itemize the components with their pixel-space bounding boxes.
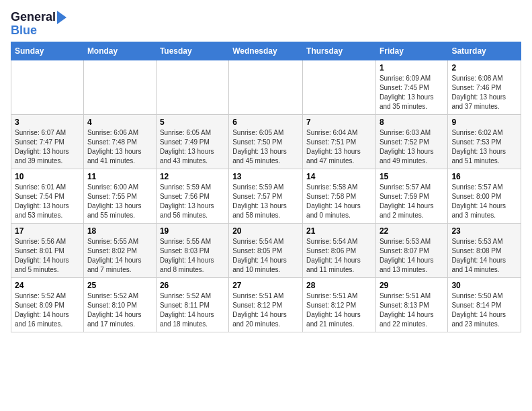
calendar-cell: 21Sunrise: 5:54 AM Sunset: 8:06 PM Dayli… <box>303 223 376 277</box>
day-detail: Sunrise: 6:07 AM Sunset: 7:47 PM Dayligh… <box>15 129 69 165</box>
day-number: 10 <box>15 172 80 181</box>
calendar-cell: 15Sunrise: 5:57 AM Sunset: 7:59 PM Dayli… <box>375 169 447 223</box>
day-number: 18 <box>87 226 152 236</box>
day-number: 22 <box>380 226 444 236</box>
day-detail: Sunrise: 5:55 AM Sunset: 8:02 PM Dayligh… <box>87 238 142 273</box>
calendar-cell: 27Sunrise: 5:51 AM Sunset: 8:12 PM Dayli… <box>229 277 303 332</box>
day-detail: Sunrise: 6:00 AM Sunset: 7:55 PM Dayligh… <box>87 183 142 219</box>
day-detail: Sunrise: 6:03 AM Sunset: 7:52 PM Dayligh… <box>380 129 434 165</box>
day-detail: Sunrise: 5:50 AM Sunset: 8:14 PM Dayligh… <box>451 292 506 328</box>
calendar-cell <box>303 60 376 114</box>
calendar-cell: 1Sunrise: 6:09 AM Sunset: 7:45 PM Daylig… <box>375 60 447 114</box>
calendar-week-3: 10Sunrise: 6:01 AM Sunset: 7:54 PM Dayli… <box>11 169 521 223</box>
day-detail: Sunrise: 5:55 AM Sunset: 8:03 PM Dayligh… <box>160 238 214 273</box>
logo-arrow-icon <box>57 11 66 24</box>
calendar-cell: 29Sunrise: 5:51 AM Sunset: 8:13 PM Dayli… <box>375 277 447 332</box>
calendar-week-1: 1Sunrise: 6:09 AM Sunset: 7:45 PM Daylig… <box>11 60 521 114</box>
calendar-cell: 14Sunrise: 5:58 AM Sunset: 7:58 PM Dayli… <box>303 169 376 223</box>
header: General Blue <box>11 11 521 38</box>
calendar-cell: 16Sunrise: 5:57 AM Sunset: 8:00 PM Dayli… <box>448 169 521 223</box>
day-detail: Sunrise: 6:05 AM Sunset: 7:49 PM Dayligh… <box>160 129 214 165</box>
day-header-friday: Friday <box>375 42 447 60</box>
calendar-cell <box>229 60 303 114</box>
calendar-week-5: 24Sunrise: 5:52 AM Sunset: 8:09 PM Dayli… <box>11 277 521 332</box>
day-detail: Sunrise: 5:59 AM Sunset: 7:57 PM Dayligh… <box>232 183 287 219</box>
day-detail: Sunrise: 5:51 AM Sunset: 8:13 PM Dayligh… <box>380 292 434 328</box>
day-number: 3 <box>15 118 80 127</box>
calendar-cell <box>11 60 84 114</box>
day-number: 8 <box>380 118 444 127</box>
logo-text: General <box>11 11 56 24</box>
calendar-cell: 3Sunrise: 6:07 AM Sunset: 7:47 PM Daylig… <box>11 114 84 169</box>
day-detail: Sunrise: 5:52 AM Sunset: 8:10 PM Dayligh… <box>87 292 142 328</box>
day-number: 5 <box>160 118 225 127</box>
day-detail: Sunrise: 6:05 AM Sunset: 7:50 PM Dayligh… <box>232 129 287 165</box>
day-detail: Sunrise: 6:02 AM Sunset: 7:53 PM Dayligh… <box>451 129 506 165</box>
calendar-week-4: 17Sunrise: 5:56 AM Sunset: 8:01 PM Dayli… <box>11 223 521 277</box>
day-detail: Sunrise: 5:53 AM Sunset: 8:07 PM Dayligh… <box>380 238 434 273</box>
calendar-cell: 30Sunrise: 5:50 AM Sunset: 8:14 PM Dayli… <box>448 277 521 332</box>
day-detail: Sunrise: 5:52 AM Sunset: 8:11 PM Dayligh… <box>160 292 214 328</box>
day-detail: Sunrise: 5:51 AM Sunset: 8:12 PM Dayligh… <box>232 292 287 328</box>
day-detail: Sunrise: 6:08 AM Sunset: 7:46 PM Dayligh… <box>451 75 506 110</box>
day-number: 13 <box>232 172 299 181</box>
day-detail: Sunrise: 5:56 AM Sunset: 8:01 PM Dayligh… <box>15 238 69 273</box>
calendar-cell: 10Sunrise: 6:01 AM Sunset: 7:54 PM Dayli… <box>11 169 84 223</box>
calendar-cell: 19Sunrise: 5:55 AM Sunset: 8:03 PM Dayli… <box>156 223 228 277</box>
calendar-cell: 28Sunrise: 5:51 AM Sunset: 8:12 PM Dayli… <box>303 277 376 332</box>
day-number: 1 <box>380 63 444 73</box>
calendar-table: SundayMondayTuesdayWednesdayThursdayFrid… <box>11 42 521 332</box>
calendar-cell: 2Sunrise: 6:08 AM Sunset: 7:46 PM Daylig… <box>448 60 521 114</box>
calendar-cell: 22Sunrise: 5:53 AM Sunset: 8:07 PM Dayli… <box>375 223 447 277</box>
day-number: 20 <box>232 226 299 236</box>
day-header-monday: Monday <box>83 42 156 60</box>
calendar-cell: 17Sunrise: 5:56 AM Sunset: 8:01 PM Dayli… <box>11 223 84 277</box>
day-detail: Sunrise: 6:01 AM Sunset: 7:54 PM Dayligh… <box>15 183 69 219</box>
day-detail: Sunrise: 6:04 AM Sunset: 7:51 PM Dayligh… <box>306 129 361 165</box>
day-number: 14 <box>306 172 372 181</box>
calendar-week-2: 3Sunrise: 6:07 AM Sunset: 7:47 PM Daylig… <box>11 114 521 169</box>
calendar-cell: 4Sunrise: 6:06 AM Sunset: 7:48 PM Daylig… <box>83 114 156 169</box>
day-header-thursday: Thursday <box>303 42 376 60</box>
day-number: 2 <box>451 63 517 73</box>
calendar-cell: 11Sunrise: 6:00 AM Sunset: 7:55 PM Dayli… <box>83 169 156 223</box>
day-number: 12 <box>160 172 225 181</box>
day-detail: Sunrise: 5:59 AM Sunset: 7:56 PM Dayligh… <box>160 183 214 219</box>
day-number: 26 <box>160 281 225 290</box>
day-number: 15 <box>380 172 444 181</box>
calendar-cell: 13Sunrise: 5:59 AM Sunset: 7:57 PM Dayli… <box>229 169 303 223</box>
day-number: 30 <box>451 281 517 290</box>
day-detail: Sunrise: 5:57 AM Sunset: 7:59 PM Dayligh… <box>380 183 434 219</box>
day-detail: Sunrise: 5:57 AM Sunset: 8:00 PM Dayligh… <box>451 183 506 219</box>
calendar-cell: 5Sunrise: 6:05 AM Sunset: 7:49 PM Daylig… <box>156 114 228 169</box>
day-detail: Sunrise: 6:06 AM Sunset: 7:48 PM Dayligh… <box>87 129 142 165</box>
day-number: 28 <box>306 281 372 290</box>
logo-blue-text: Blue <box>11 24 37 38</box>
calendar-cell: 9Sunrise: 6:02 AM Sunset: 7:53 PM Daylig… <box>448 114 521 169</box>
day-header-tuesday: Tuesday <box>156 42 228 60</box>
calendar-cell: 8Sunrise: 6:03 AM Sunset: 7:52 PM Daylig… <box>375 114 447 169</box>
day-number: 24 <box>15 281 80 290</box>
day-number: 9 <box>451 118 517 127</box>
calendar-cell: 24Sunrise: 5:52 AM Sunset: 8:09 PM Dayli… <box>11 277 84 332</box>
day-header-wednesday: Wednesday <box>229 42 303 60</box>
day-detail: Sunrise: 5:58 AM Sunset: 7:58 PM Dayligh… <box>306 183 361 219</box>
logo: General Blue <box>11 11 66 38</box>
calendar-cell: 18Sunrise: 5:55 AM Sunset: 8:02 PM Dayli… <box>83 223 156 277</box>
day-number: 11 <box>87 172 152 181</box>
day-number: 27 <box>232 281 299 290</box>
day-number: 17 <box>15 226 80 236</box>
day-number: 21 <box>306 226 372 236</box>
day-number: 7 <box>306 118 372 127</box>
calendar-cell: 6Sunrise: 6:05 AM Sunset: 7:50 PM Daylig… <box>229 114 303 169</box>
day-number: 23 <box>451 226 517 236</box>
calendar-cell <box>83 60 156 114</box>
day-number: 29 <box>380 281 444 290</box>
calendar-cell: 23Sunrise: 5:53 AM Sunset: 8:08 PM Dayli… <box>448 223 521 277</box>
day-detail: Sunrise: 5:51 AM Sunset: 8:12 PM Dayligh… <box>306 292 361 328</box>
day-number: 25 <box>87 281 152 290</box>
calendar-cell: 12Sunrise: 5:59 AM Sunset: 7:56 PM Dayli… <box>156 169 228 223</box>
day-detail: Sunrise: 5:53 AM Sunset: 8:08 PM Dayligh… <box>451 238 506 273</box>
day-detail: Sunrise: 5:54 AM Sunset: 8:06 PM Dayligh… <box>306 238 361 273</box>
day-number: 6 <box>232 118 299 127</box>
